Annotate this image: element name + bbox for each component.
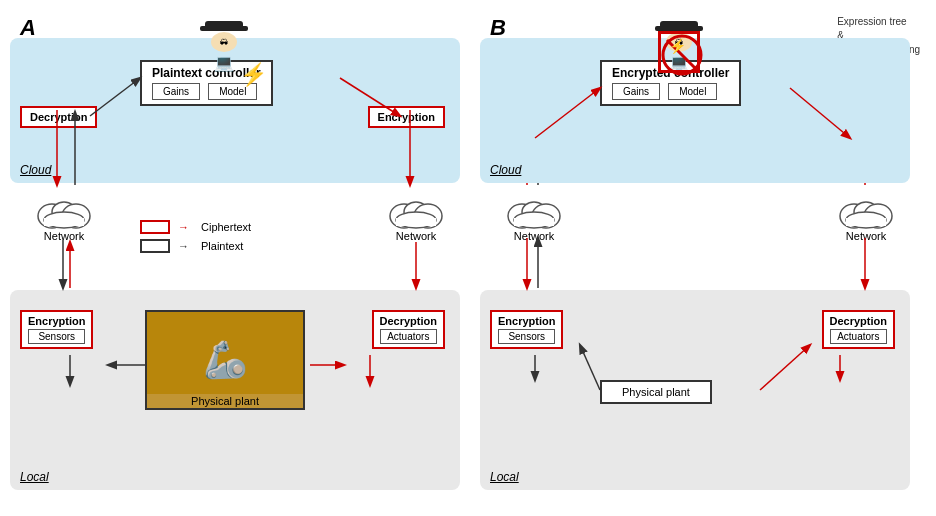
svg-line-39: [760, 345, 810, 390]
local-label-b: Local: [490, 470, 519, 484]
physical-plant-box-b: Physical plant: [600, 380, 712, 404]
legend-plaintext-label: Plaintext: [201, 240, 243, 252]
hat-a: [205, 15, 243, 31]
network-label-right-a: Network: [396, 230, 436, 242]
local-section-b: Local Encryption Sensors Decryption Actu…: [480, 290, 910, 490]
svg-line-38: [580, 345, 600, 390]
cloud-svg-left-b: [500, 188, 568, 230]
enc-label-a: Encryption: [28, 315, 85, 327]
legend-ciphertext: → Ciphertext: [140, 220, 251, 234]
physical-plant-label-a: Physical plant: [147, 394, 303, 408]
dec-actuators-box-b: Decryption Actuators: [822, 310, 895, 349]
physical-plant-box-a: 🦾 Physical plant: [145, 310, 305, 410]
cloud-label-a: Cloud: [20, 163, 51, 177]
hacker-a: 🕶 💻: [205, 15, 243, 72]
glasses-a: 🕶: [220, 38, 228, 47]
cloud-svg-right-b: [832, 188, 900, 230]
encryption-right-a: Encryption: [368, 106, 445, 128]
model-box-b: Model: [668, 83, 717, 100]
no-symbol-b: ⚡: [658, 31, 700, 73]
dec-label-a: Decryption: [380, 315, 437, 327]
local-section-a: Local Encryption Sensors Decryption Actu…: [10, 290, 460, 490]
svg-rect-31: [514, 218, 554, 226]
face-a: 🕶: [211, 32, 237, 52]
dec-actuators-box-a: Decryption Actuators: [372, 310, 445, 349]
gains-box-a: Gains: [152, 83, 200, 100]
diagram-a-panel: A 🕶 💻 ⚡ Cloud Plaintext controller: [10, 10, 470, 506]
lightning-b: ⚡: [669, 38, 686, 54]
network-label-left-a: Network: [44, 230, 84, 242]
enc-sensors-box-b: Encryption Sensors: [490, 310, 563, 349]
network-left-a: Network: [30, 188, 98, 242]
lightning-a: ⚡: [240, 62, 267, 88]
body-a: 💻: [214, 53, 234, 72]
panel-b-label: B: [490, 15, 506, 41]
diagram-b-panel: B Expression tree & Topological sorting: [480, 10, 920, 506]
enc-sensors-box-a: Encryption Sensors: [20, 310, 93, 349]
expression-tree-text: Expression tree: [837, 16, 906, 27]
panel-a-label: A: [20, 15, 36, 41]
gains-box-b: Gains: [612, 83, 660, 100]
legend-black-box: [140, 239, 170, 253]
dec-label-b: Decryption: [830, 315, 887, 327]
network-label-right-b: Network: [846, 230, 886, 242]
legend-plaintext: → Plaintext: [140, 239, 251, 253]
cloud-svg-left-a: [30, 188, 98, 230]
network-right-a: Network: [382, 188, 450, 242]
svg-line-25: [535, 88, 600, 138]
svg-line-0: [90, 78, 140, 116]
local-label-a: Local: [20, 470, 49, 484]
sensors-label-b: Sensors: [498, 329, 555, 344]
main-container: A 🕶 💻 ⚡ Cloud Plaintext controller: [0, 0, 936, 516]
enc-label-b: Encryption: [498, 315, 555, 327]
svg-rect-11: [396, 218, 436, 226]
controller-inner-b: Gains Model: [612, 83, 729, 100]
network-left-b: Network: [500, 188, 568, 242]
hat-b: [660, 15, 698, 31]
network-right-b: Network: [832, 188, 900, 242]
svg-rect-6: [44, 218, 84, 226]
legend-a: → Ciphertext → Plaintext: [140, 220, 251, 253]
svg-rect-36: [846, 218, 886, 226]
physical-plant-label-b: Physical plant: [622, 386, 690, 398]
sensors-label-a: Sensors: [28, 329, 85, 344]
cloud-svg-right-a: [382, 188, 450, 230]
actuators-label-a: Actuators: [380, 329, 437, 344]
svg-line-26: [790, 88, 850, 138]
legend-ciphertext-label: Ciphertext: [201, 221, 251, 233]
legend-red-box: [140, 220, 170, 234]
network-label-left-b: Network: [514, 230, 554, 242]
actuators-label-b: Actuators: [830, 329, 887, 344]
robot-icon-a: 🦾: [203, 339, 248, 381]
hacker-b: 🕶 💻 ⚡: [660, 15, 698, 72]
decryption-left-a: Decryption: [20, 106, 97, 128]
cloud-label-b: Cloud: [490, 163, 521, 177]
